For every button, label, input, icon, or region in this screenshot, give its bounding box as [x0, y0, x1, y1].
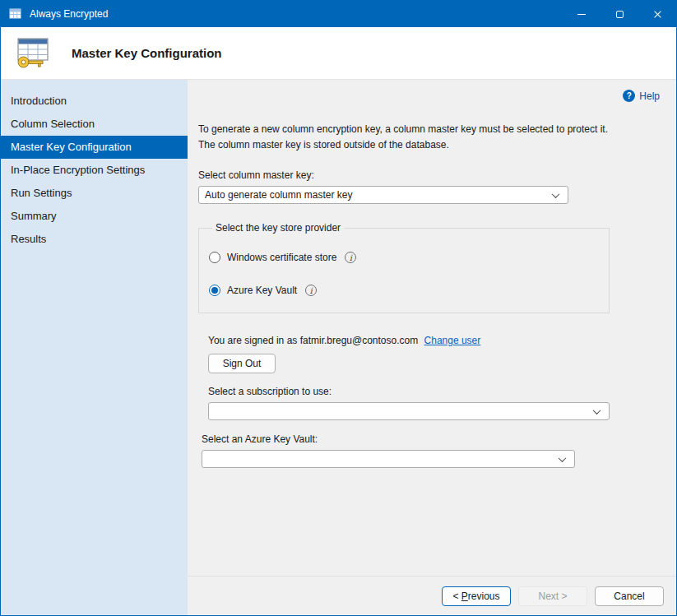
- sidebar-item-introduction[interactable]: Introduction: [1, 90, 188, 113]
- sidebar-item-results[interactable]: Results: [1, 228, 188, 251]
- main-content: Help To generate a new column encryption…: [188, 80, 676, 576]
- sidebar-item-in-place-encryption-settings[interactable]: In-Place Encryption Settings: [1, 159, 188, 182]
- app-icon: [9, 7, 22, 21]
- wizard-header: Master Key Configuration: [1, 27, 676, 80]
- key-store-provider-legend: Select the key store provider: [212, 222, 344, 234]
- radio-icon: [209, 252, 220, 263]
- key-store-provider-group: Select the key store provider Windows ce…: [198, 222, 610, 313]
- window-title: Always Encrypted: [30, 8, 563, 20]
- wizard-body: IntroductionColumn SelectionMaster Key C…: [1, 80, 676, 615]
- vault-label: Select an Azure Key Vault:: [202, 433, 660, 445]
- signed-in-row: You are signed in as fatmir.bregu@contos…: [208, 335, 660, 346]
- info-icon[interactable]: [345, 252, 356, 263]
- subscription-dropdown[interactable]: [208, 402, 610, 420]
- chevron-down-icon: [552, 190, 560, 198]
- chevron-down-icon: [593, 406, 601, 415]
- provider-options: Windows certificate storeAzure Key Vault: [209, 248, 599, 299]
- sidebar-item-summary[interactable]: Summary: [1, 205, 188, 228]
- close-button[interactable]: [638, 1, 676, 27]
- intro-text: To generate a new column encryption key,…: [198, 122, 629, 152]
- page-title: Master Key Configuration: [72, 46, 222, 60]
- previous-accesskey: P: [461, 591, 468, 602]
- sidebar-item-column-selection[interactable]: Column Selection: [1, 113, 188, 136]
- always-encrypted-window: Always Encrypted Master Key Configuratio…: [0, 0, 677, 616]
- radio-icon: [209, 285, 220, 296]
- window-controls: [563, 1, 676, 27]
- subscription-label: Select a subscription to use:: [208, 386, 660, 397]
- provider-label: Azure Key Vault: [227, 285, 297, 296]
- previous-button[interactable]: < Previous: [442, 586, 511, 606]
- help-link[interactable]: Help: [639, 90, 660, 102]
- help-icon: [623, 90, 635, 102]
- master-key-label: Select column master key:: [198, 169, 660, 181]
- sidebar-item-master-key-configuration[interactable]: Master Key Configuration: [1, 136, 188, 159]
- sidebar-item-run-settings[interactable]: Run Settings: [1, 182, 188, 205]
- close-icon: [653, 10, 662, 19]
- provider-option-azure-key-vault[interactable]: Azure Key Vault: [209, 281, 599, 299]
- sign-out-button[interactable]: Sign Out: [208, 354, 276, 373]
- titlebar: Always Encrypted: [1, 1, 676, 27]
- provider-label: Windows certificate store: [227, 252, 336, 263]
- sidebar: IntroductionColumn SelectionMaster Key C…: [1, 80, 188, 615]
- cancel-button[interactable]: Cancel: [595, 586, 664, 606]
- provider-option-windows-certificate-store[interactable]: Windows certificate store: [209, 248, 599, 266]
- content-column: Help To generate a new column encryption…: [188, 80, 676, 615]
- vault-dropdown[interactable]: [202, 450, 575, 468]
- previous-rest: revious: [468, 591, 500, 602]
- chevron-down-icon: [559, 454, 567, 462]
- info-icon[interactable]: [305, 285, 317, 296]
- minimize-icon: [577, 14, 586, 15]
- signed-in-text: You are signed in as fatmir.bregu@contos…: [208, 335, 418, 346]
- footer: < Previous Next > Cancel: [188, 576, 676, 615]
- minimize-button[interactable]: [563, 1, 600, 27]
- master-key-value: Auto generate column master key: [205, 189, 352, 201]
- maximize-icon: [616, 11, 624, 18]
- change-user-link[interactable]: Change user: [424, 335, 481, 346]
- previous-prefix: <: [452, 591, 461, 602]
- master-key-dropdown[interactable]: Auto generate column master key: [198, 186, 568, 204]
- next-button[interactable]: Next >: [518, 586, 587, 606]
- table-key-icon: [12, 36, 52, 71]
- maximize-button[interactable]: [600, 1, 638, 27]
